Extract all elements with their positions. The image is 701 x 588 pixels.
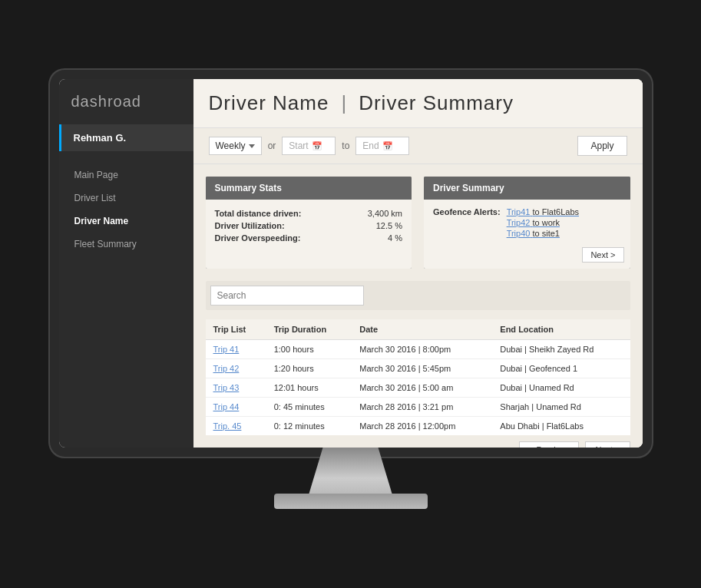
trip-duration-cell: 1:20 hours — [266, 359, 352, 378]
stat-label-distance: Total distance driven: — [215, 209, 302, 218]
content-area: Summary Stats Total distance driven: 3,4… — [193, 164, 643, 448]
trip-duration-cell: 12:01 hours — [266, 378, 352, 398]
cards-row: Summary Stats Total distance driven: 3,4… — [206, 177, 630, 269]
alert-label: Geofence Alerts: — [433, 207, 501, 216]
table-row: Trip. 45 0: 12 minutes March 28 2016 | 1… — [206, 417, 630, 436]
controls-bar: Weekly or Start 📅 to End 📅 Apply — [193, 128, 643, 164]
sidebar-item-driver-list[interactable]: Driver List — [59, 187, 193, 210]
chevron-down-icon — [249, 144, 255, 148]
trip-duration-cell: 0: 12 minutes — [266, 417, 352, 436]
table-row: Trip 43 12:01 hours March 30 2016 | 5:00… — [206, 378, 630, 398]
monitor-stand — [305, 448, 397, 494]
summary-stats-header: Summary Stats — [206, 177, 412, 200]
start-placeholder: Start — [289, 140, 308, 151]
trip-location-cell: Abu Dhabi | Flat6Labs — [492, 417, 630, 436]
main-content: Driver Name | Driver Summary Weekly or S… — [193, 79, 643, 448]
trip-duration-cell: 1:00 hours — [266, 340, 352, 359]
driver-summary-body: Geofence Alerts: Trip41 to Flat6Labs Tri… — [424, 200, 630, 269]
col-date: Date — [352, 319, 492, 340]
page-title: Driver Name — [209, 91, 329, 115]
title-separator: | — [341, 91, 346, 115]
trip-link-cell[interactable]: Trip 44 — [206, 398, 266, 417]
trip-date-cell: March 30 2016 | 5:45pm — [352, 359, 492, 378]
or-label: or — [268, 140, 276, 151]
to-label: to — [342, 140, 349, 151]
stat-row-overspeeding: Driver Overspeeding: 4 % — [215, 233, 403, 243]
next-button[interactable]: Next > — [585, 441, 630, 448]
driver-summary-header: Driver Summary — [424, 177, 630, 200]
table-row: Trip 41 1:00 hours March 30 2016 | 8:00p… — [206, 340, 630, 359]
trip-date-cell: March 30 2016 | 5:00 am — [352, 378, 492, 398]
trip-location-cell: Dubai | Sheikh Zayed Rd — [492, 340, 630, 359]
stat-row-utilization: Driver Utilization: 12.5 % — [215, 221, 403, 230]
trip-link-cell[interactable]: Trip 42 — [206, 359, 266, 378]
end-placeholder: End — [362, 140, 379, 151]
col-trip-duration: Trip Duration — [266, 319, 352, 340]
trip-location-cell: Sharjah | Unamed Rd — [492, 398, 630, 417]
stat-value-distance: 3,400 km — [368, 209, 402, 218]
logo-light: road — [107, 93, 141, 110]
sidebar-driver-header: Rehman G. — [59, 124, 193, 151]
stat-label-utilization: Driver Utilization: — [215, 221, 285, 230]
stat-label-overspeeding: Driver Overspeeding: — [215, 233, 301, 243]
col-end-location: End Location — [492, 319, 630, 340]
stat-value-overspeeding: 4 % — [388, 233, 402, 243]
app-logo: dashroad — [59, 79, 193, 124]
sidebar-item-main-page[interactable]: Main Page — [59, 164, 193, 187]
trip-duration-cell: 0: 45 minutes — [266, 398, 352, 417]
start-date-input[interactable]: Start 📅 — [282, 137, 336, 155]
main-header: Driver Name | Driver Summary — [193, 79, 643, 128]
trip-date-cell: March 28 2016 | 12:00pm — [352, 417, 492, 436]
apply-button[interactable]: Apply — [577, 136, 627, 156]
alert-row: Geofence Alerts: Trip41 to Flat6Labs Tri… — [433, 207, 621, 238]
sidebar-item-fleet-summary[interactable]: Fleet Summary — [59, 233, 193, 256]
trip-date-cell: March 30 2016 | 8:00pm — [352, 340, 492, 359]
trip-date-cell: March 28 2016 | 3:21 pm — [352, 398, 492, 417]
trip-location-cell: Dubai | Geofenced 1 — [492, 359, 630, 378]
alert-link-trip41[interactable]: Trip41 to Flat6Labs — [507, 207, 579, 216]
table-row: Trip 42 1:20 hours March 30 2016 | 5:45p… — [206, 359, 630, 378]
trip-link-cell[interactable]: Trip 41 — [206, 340, 266, 359]
trip-link-cell[interactable]: Trip 43 — [206, 378, 266, 398]
monitor-base — [274, 494, 428, 509]
alert-link-trip40[interactable]: Trip40 to site1 — [507, 229, 579, 238]
sidebar-item-driver-name[interactable]: Driver Name — [59, 210, 193, 233]
sidebar-nav: Main Page Driver List Driver Name Fleet … — [59, 151, 193, 448]
logo-bold: dash — [71, 93, 107, 110]
weekly-filter-select[interactable]: Weekly — [209, 137, 262, 155]
driver-summary-next-button[interactable]: Next > — [582, 247, 623, 263]
search-input[interactable] — [210, 286, 364, 306]
table-row: Trip 44 0: 45 minutes March 28 2016 | 3:… — [206, 398, 630, 417]
prev-button[interactable]: < Previous — [519, 441, 579, 448]
driver-summary-card: Driver Summary Geofence Alerts: Trip41 t… — [424, 177, 630, 269]
filter-label: Weekly — [216, 140, 246, 151]
col-trip-list: Trip List — [206, 319, 266, 340]
stat-row-distance: Total distance driven: 3,400 km — [215, 209, 403, 218]
trip-location-cell: Dubai | Unamed Rd — [492, 378, 630, 398]
calendar-end-icon: 📅 — [382, 141, 393, 151]
search-bar — [206, 281, 630, 310]
stat-value-utilization: 12.5 % — [376, 221, 402, 230]
trip-table: Trip List Trip Duration Date End Locatio… — [206, 319, 630, 435]
trip-link-cell[interactable]: Trip. 45 — [206, 417, 266, 436]
sidebar: dashroad Rehman G. Main Page Driver List… — [59, 79, 193, 448]
page-subtitle: Driver Summary — [359, 91, 514, 115]
pagination: < Previous Next > — [206, 435, 630, 448]
summary-stats-card: Summary Stats Total distance driven: 3,4… — [206, 177, 412, 269]
summary-stats-body: Total distance driven: 3,400 km Driver U… — [206, 200, 412, 269]
alert-link-trip42[interactable]: Trip42 to work — [507, 218, 579, 227]
end-date-input[interactable]: End 📅 — [355, 137, 409, 155]
alert-links: Trip41 to Flat6Labs Trip42 to work Trip4… — [507, 207, 579, 238]
calendar-icon: 📅 — [312, 141, 322, 151]
